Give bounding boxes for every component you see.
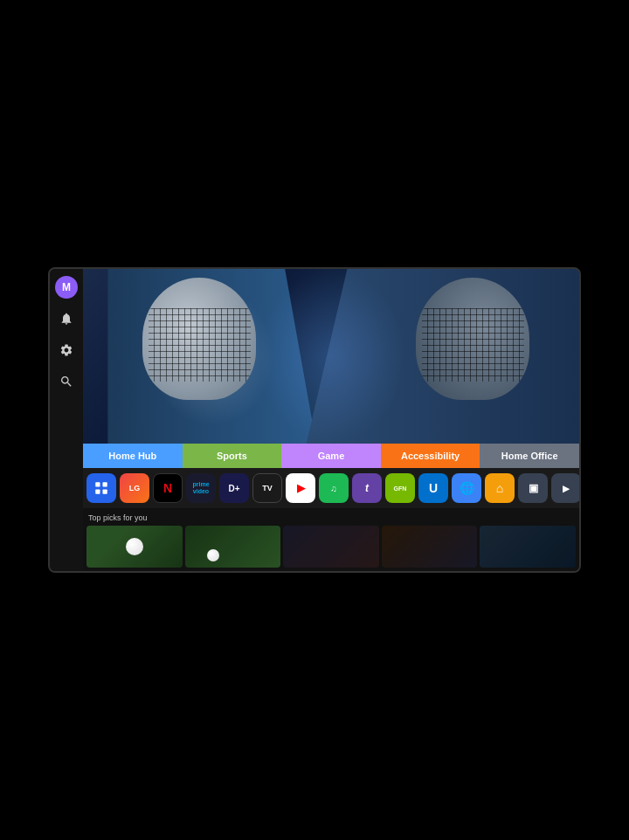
pick-item-1[interactable] <box>86 526 183 568</box>
app-netflix[interactable]: N <box>153 473 183 503</box>
app-spotify[interactable]: ♫ <box>319 473 349 503</box>
app-more[interactable]: ▶ <box>551 473 579 503</box>
app-youtube[interactable]: ▶ <box>286 473 315 503</box>
helmet-right <box>416 278 529 400</box>
apps-row: LG N primevideo D+ TV ▶ ♫ t GFN U 🌐 ⌂ ▣ <box>83 468 579 508</box>
pick-item-3[interactable] <box>283 526 379 568</box>
tv-screen: M Home Hub Sports Game Ac <box>48 267 581 573</box>
nav-tabs: Home Hub Sports Game Accessibility Home … <box>83 444 579 468</box>
svg-rect-0 <box>95 482 100 486</box>
tab-sports[interactable]: Sports <box>183 444 282 468</box>
svg-rect-2 <box>95 490 100 494</box>
app-geforce-now[interactable]: GFN <box>385 473 415 503</box>
hero-banner <box>83 269 579 444</box>
main-content: Home Hub Sports Game Accessibility Home … <box>83 269 579 571</box>
user-avatar[interactable]: M <box>55 276 78 299</box>
app-prime-video[interactable]: primevideo <box>186 473 216 503</box>
helmet-glow <box>257 269 405 444</box>
tab-accessibility[interactable]: Accessibility <box>381 444 480 468</box>
app-apple-tv[interactable]: TV <box>252 473 282 503</box>
app-screen-share[interactable]: ▣ <box>518 473 548 503</box>
search-icon[interactable] <box>55 370 78 393</box>
sidebar: M <box>50 269 83 571</box>
settings-icon[interactable] <box>55 339 78 361</box>
svg-rect-3 <box>103 490 107 494</box>
tab-game[interactable]: Game <box>281 444 381 468</box>
picks-section: Top picks for you <box>83 508 579 571</box>
pick-item-2[interactable] <box>185 526 281 568</box>
app-web-browser[interactable]: 🌐 <box>452 473 481 503</box>
picks-label: Top picks for you <box>86 512 576 526</box>
notification-icon[interactable] <box>55 307 78 330</box>
svg-rect-1 <box>103 482 107 486</box>
picks-row <box>86 526 576 568</box>
pick-item-5[interactable] <box>480 526 576 568</box>
tab-home-hub[interactable]: Home Hub <box>83 444 183 468</box>
helmet-left <box>142 278 256 400</box>
pick-item-4[interactable] <box>382 526 478 568</box>
app-ubisoft[interactable]: U <box>418 473 448 503</box>
app-lg-channels[interactable]: LG <box>120 473 149 503</box>
app-smart-home[interactable]: ⌂ <box>485 473 515 503</box>
tab-home-office[interactable]: Home Office <box>480 444 579 468</box>
app-twitch[interactable]: t <box>352 473 382 503</box>
app-all-apps[interactable] <box>86 473 116 503</box>
app-disney-plus[interactable]: D+ <box>219 473 249 503</box>
